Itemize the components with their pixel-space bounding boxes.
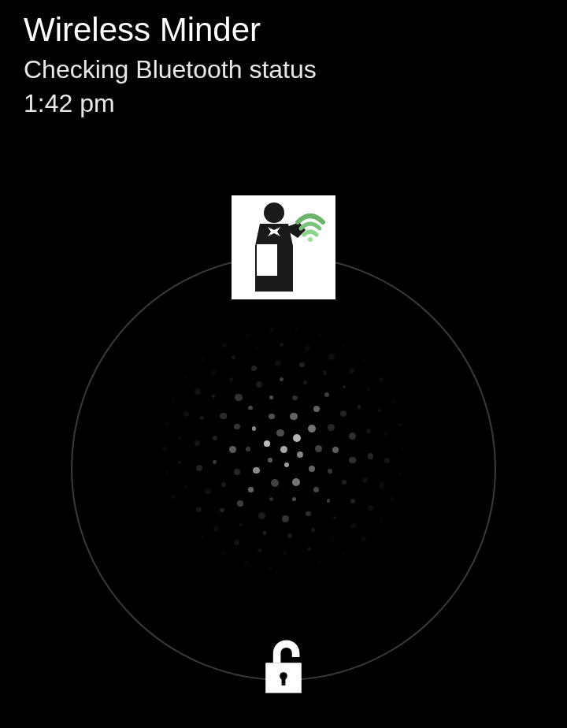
time-text: 1:42 pm xyxy=(24,89,543,118)
svg-point-2 xyxy=(308,237,313,242)
unlock-icon[interactable] xyxy=(260,638,307,695)
svg-rect-1 xyxy=(257,244,277,276)
lock-screen-area[interactable] xyxy=(71,236,496,662)
app-title: Wireless Minder xyxy=(24,11,543,49)
svg-point-0 xyxy=(264,202,284,223)
header: Wireless Minder Checking Bluetooth statu… xyxy=(0,0,567,118)
svg-rect-5 xyxy=(282,676,286,685)
dotted-pattern xyxy=(158,323,410,575)
status-text: Checking Bluetooth status xyxy=(24,55,543,84)
app-icon-badge xyxy=(232,195,335,299)
butler-wifi-icon xyxy=(236,199,331,296)
